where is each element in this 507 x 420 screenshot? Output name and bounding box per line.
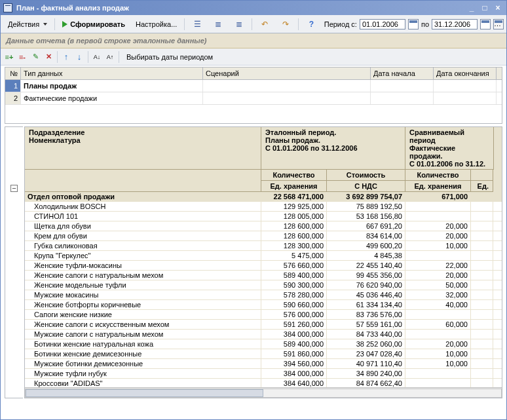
cell-ext [471,359,493,368]
report-area: − Подразделение Номенклатура Эталонный п… [5,126,502,398]
cell-name: Сапоги женские низкие [25,310,261,319]
move-down-button[interactable]: ↓ [73,51,85,63]
cell-qty: 129 925,000 [261,202,327,211]
report-row[interactable]: Сапоги женские низкие576 000,00083 736 5… [25,310,502,320]
sort-desc-button[interactable]: A↑ [104,51,116,63]
cell-name: Мужские ботинки демисезонные [25,359,261,368]
cell-cost: 57 559 161,00 [327,320,405,329]
report-row[interactable]: Щетка для обуви128 600,000667 691,2020,0… [25,221,502,231]
report-row[interactable]: Отдел оптовой продажи22 568 471,0003 692… [25,192,502,202]
toolbar-icon-4[interactable]: ↶ [255,16,274,32]
report-row[interactable]: СТИНОЛ 101128 005,00053 168 156,80 [25,212,502,221]
report-row[interactable]: Кроссовки "ADIDAS"384 640,00084 874 662,… [25,379,502,387]
collapse-toggle[interactable]: − [10,185,18,192]
report-body[interactable]: Отдел оптовой продажи22 568 471,0003 692… [25,192,502,387]
col-num[interactable]: № [5,67,21,79]
cell-cost: 53 168 156,80 [327,212,405,221]
report-row[interactable]: Женские сапоги с натуральным мехом589 40… [25,271,502,280]
minus-icon: ≡- [19,53,26,61]
cell-qty2: 10,000 [405,349,471,358]
cell-qty: 576 660,000 [261,261,327,270]
sort-asc-button[interactable]: A↓ [91,51,103,63]
report-row[interactable]: Мужские сапоги с натуральным мехом384 00… [25,330,502,339]
cell-name: Отдел оптовой продажи [25,192,261,201]
move-up-button[interactable]: ↑ [60,51,72,63]
calendar-icon[interactable] [408,19,419,29]
p2-l2: Фактические продажи. [409,144,489,160]
cell-qty2 [405,212,471,221]
cell-ext [471,349,493,358]
report-row[interactable]: Ботинки женские демисезонные591 860,0002… [25,349,502,359]
delete-button[interactable]: ✕ [43,51,54,63]
help-button[interactable]: ? [301,16,321,32]
toolbar-icon-1[interactable]: ☰ [187,16,207,32]
settings-button[interactable]: Настройка... [131,18,181,31]
cell-qty2: 671,000 [405,192,471,201]
period-select-icon[interactable]: … [493,19,504,29]
cell-qty: 128 005,000 [261,212,327,221]
report-row[interactable]: Мужские туфли нубук384 000,00034 890 240… [25,369,502,379]
col-scenario[interactable]: Сценарий [203,67,371,79]
form-label: Сформировать [70,20,125,28]
cell-qty2 [405,251,471,260]
report-row[interactable]: Женские сапоги с искусственным мехом591 … [25,320,502,330]
col-start[interactable]: Дата начала [371,67,434,79]
select-dates-button[interactable]: Выбирать даты периодом [122,50,217,64]
cell-name: Мужские сапоги с натуральным мехом [25,330,261,339]
toolbar-icon-2[interactable]: ≣ [208,16,228,32]
toolbar-icon-5[interactable]: ↷ [276,16,295,32]
period-to-input[interactable] [432,19,478,29]
cell-qty: 384 000,000 [261,369,327,378]
calendar-icon[interactable] [480,19,491,29]
header-qty2: Количество [405,170,471,181]
report-row[interactable]: Крем для обуви128 600,000834 614,0020,00… [25,231,502,241]
report-row[interactable]: Женские туфли-мокасины576 660,00022 455 … [25,261,502,271]
h-scrollbar[interactable] [25,387,502,398]
col-end[interactable]: Дата окончания [434,67,497,79]
form-button[interactable]: Сформировать [58,18,130,31]
hdr-spacer [25,170,261,181]
report-row[interactable]: Женские ботфорты коричневые590 660,00061… [25,300,502,310]
edit-row-button[interactable]: ✎ [29,51,41,63]
delete-row-button[interactable]: ≡- [16,51,28,63]
cell-cost: 75 889 192,50 [327,202,405,211]
add-row-button[interactable]: ≡+ [3,51,15,63]
report-row[interactable]: Крупа "Геркулес"5 475,0004 845,38 [25,251,502,261]
report-row[interactable]: Холодильник BOSCH129 925,00075 889 192,5… [25,202,502,212]
table-row[interactable]: 2Фактические продажи [5,92,502,105]
report-row[interactable]: Губка силиконовая128 300,000499 600,2010… [25,241,502,251]
cell-cost: 61 334 134,40 [327,300,405,309]
minimize-button[interactable]: _ [466,3,478,13]
grid-empty-area [5,105,502,123]
data-types-grid: № Тип данных Сценарий Дата начала Дата о… [5,67,502,124]
sort-asc-icon: A↓ [94,54,101,60]
scroll-thumb[interactable] [26,389,263,397]
report-row[interactable]: Женские модельные туфли590 300,00076 620… [25,280,502,290]
header-cost: Стоимость [327,170,405,181]
period-from-input[interactable] [360,19,405,29]
cell-qty2: 10,000 [405,359,471,368]
cell-name: Мужские туфли нубук [25,369,261,378]
actions-menu[interactable]: Действия [3,18,52,31]
cell-qty: 591 260,000 [261,320,327,329]
report-row[interactable]: Ботинки женские натуральная кожа589 400,… [25,339,502,349]
cell-num: 2 [5,92,21,104]
cell-qty: 394 560,000 [261,359,327,368]
cell-cost: 34 890 240,00 [327,369,405,378]
table-row[interactable]: 1Планы продаж [5,80,502,92]
cell-qty2: 20,000 [405,339,471,349]
cell-cost: 83 736 576,00 [327,310,405,319]
report-row[interactable]: Мужские ботинки демисезонные394 560,0004… [25,359,502,369]
cell-ext [471,212,493,221]
maximize-button[interactable]: □ [479,3,491,13]
col-type[interactable]: Тип данных [21,67,203,79]
report-row[interactable]: Мужские мокасины578 280,00045 036 446,40… [25,290,502,300]
cell-qty: 128 600,000 [261,231,327,240]
cell-ext [471,271,493,280]
toolbar-icon-3[interactable]: ≣ [229,16,249,32]
cell-qty2: 20,000 [405,231,471,240]
cell-qty2: 10,000 [405,241,471,250]
cell-ext [471,379,493,387]
close-button[interactable]: × [492,3,504,13]
cell-ext [471,369,493,378]
